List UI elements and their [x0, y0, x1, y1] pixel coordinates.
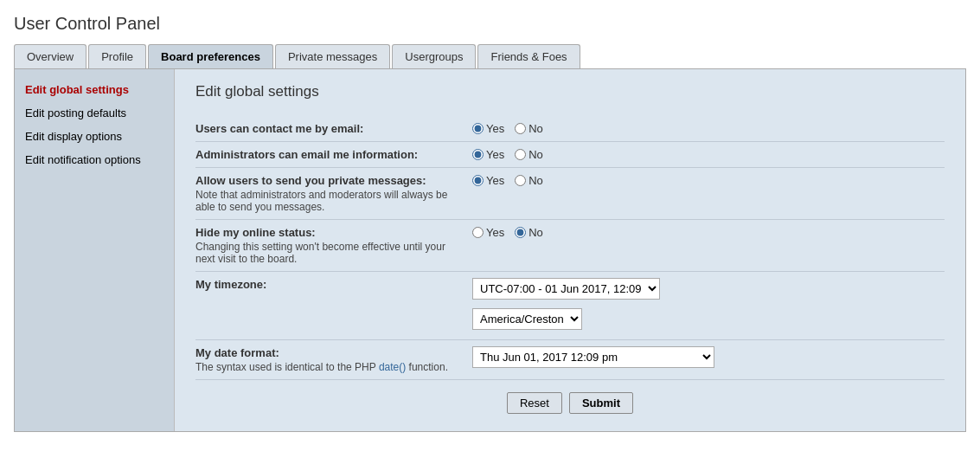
timezone-select[interactable]: UTC-07:00 - 01 Jun 2017, 12:09 [472, 278, 660, 300]
sublabel-date-format: The syntax used is identical to the PHP … [195, 361, 464, 373]
radio-yes-pm-label: Yes [486, 174, 504, 187]
radio-no-admins-email[interactable]: No [515, 148, 543, 161]
sublabel-private-messages: Note that administrators and moderators … [195, 189, 464, 213]
field-timezone: My timezone: UTC-07:00 - 01 Jun 2017, 12… [195, 272, 945, 340]
field-hide-online-status: Hide my online status: Changing this set… [195, 220, 945, 272]
radio-no-label: No [528, 122, 543, 135]
radio-yes-private-messages[interactable]: Yes [472, 174, 504, 187]
field-admins-email: Administrators can email me information:… [195, 142, 945, 168]
tab-friends-foes[interactable]: Friends & Foes [477, 44, 580, 68]
field-date-format: My date format: The syntax used is ident… [195, 340, 945, 380]
reset-button[interactable]: Reset [507, 392, 562, 414]
radio-no-pm-label: No [528, 174, 543, 187]
radio-input-yes-pm[interactable] [472, 175, 484, 186]
radio-yes-admins-email[interactable]: Yes [472, 148, 504, 161]
date-format-select[interactable]: Thu Jun 01, 2017 12:09 pm [472, 346, 714, 368]
radio-yes-hide-online[interactable]: Yes [472, 226, 504, 239]
sublabel-hide-online: Changing this setting won't become effec… [195, 241, 464, 265]
sidebar-item-edit-display-options[interactable]: Edit display options [15, 125, 174, 148]
php-date-link[interactable]: date() [379, 361, 406, 373]
control-contact-by-email: Yes No [472, 122, 945, 135]
radio-no-hide-label: No [528, 226, 543, 239]
tab-private-messages[interactable]: Private messages [275, 44, 390, 68]
footer-buttons: Reset Submit [195, 380, 945, 417]
label-date-format: My date format: The syntax used is ident… [195, 346, 472, 373]
radio-input-yes-contact-email[interactable] [472, 123, 484, 134]
control-private-messages: Yes No [472, 174, 945, 187]
date-format-select-wrapper: Thu Jun 01, 2017 12:09 pm [472, 346, 714, 368]
region-select[interactable]: America/Creston [472, 308, 582, 330]
radio-input-no-hide-online[interactable] [515, 227, 526, 238]
radio-yes-label: Yes [486, 122, 504, 135]
region-select-wrapper: America/Creston [472, 308, 582, 330]
content-area: Edit global settings Users can contact m… [175, 69, 965, 431]
tab-bar: Overview Profile Board preferences Priva… [14, 44, 966, 68]
radio-input-yes-hide-online[interactable] [472, 227, 484, 238]
radio-yes-admins-label: Yes [486, 148, 504, 161]
control-timezone: UTC-07:00 - 01 Jun 2017, 12:09 America/C… [472, 278, 945, 333]
tab-usergroups[interactable]: Usergroups [392, 44, 476, 68]
main-panel: Edit global settings Edit posting defaul… [14, 68, 966, 432]
control-hide-online: Yes No [472, 226, 945, 239]
radio-yes-hide-label: Yes [486, 226, 504, 239]
tz-select-wrapper: UTC-07:00 - 01 Jun 2017, 12:09 [472, 278, 660, 300]
submit-button[interactable]: Submit [569, 392, 633, 414]
radio-group-admins-email: Yes No [472, 148, 543, 161]
field-private-messages: Allow users to send you private messages… [195, 168, 945, 220]
control-admins-email: Yes No [472, 148, 945, 161]
radio-no-hide-online[interactable]: No [515, 226, 543, 239]
sidebar-item-edit-global-settings[interactable]: Edit global settings [15, 78, 174, 101]
label-timezone: My timezone: [195, 278, 472, 291]
radio-no-private-messages[interactable]: No [515, 174, 543, 187]
radio-input-yes-admins-email[interactable] [472, 149, 484, 160]
sidebar-item-edit-posting-defaults[interactable]: Edit posting defaults [15, 101, 174, 125]
radio-group-contact-email: Yes No [472, 122, 543, 135]
radio-input-no-contact-email[interactable] [515, 123, 526, 134]
tab-overview[interactable]: Overview [14, 44, 86, 68]
label-private-messages: Allow users to send you private messages… [195, 174, 472, 213]
radio-no-contact-email[interactable]: No [515, 122, 543, 135]
radio-input-no-pm[interactable] [515, 175, 526, 186]
tab-board-preferences[interactable]: Board preferences [148, 44, 273, 68]
radio-no-admins-label: No [528, 148, 543, 161]
radio-group-private-messages: Yes No [472, 174, 543, 187]
label-contact-by-email: Users can contact me by email: [195, 122, 472, 135]
page-title: User Control Panel [14, 14, 966, 34]
field-contact-by-email: Users can contact me by email: Yes No [195, 116, 945, 142]
label-admins-email: Administrators can email me information: [195, 148, 472, 161]
radio-input-no-admins-email[interactable] [515, 149, 526, 160]
content-title: Edit global settings [195, 83, 945, 100]
sidebar: Edit global settings Edit posting defaul… [15, 69, 175, 431]
sidebar-item-edit-notification-options[interactable]: Edit notification options [15, 148, 174, 171]
control-date-format: Thu Jun 01, 2017 12:09 pm [472, 346, 945, 371]
radio-group-hide-online: Yes No [472, 226, 543, 239]
tab-profile[interactable]: Profile [88, 44, 146, 68]
label-hide-online: Hide my online status: Changing this set… [195, 226, 472, 265]
radio-yes-contact-email[interactable]: Yes [472, 122, 504, 135]
